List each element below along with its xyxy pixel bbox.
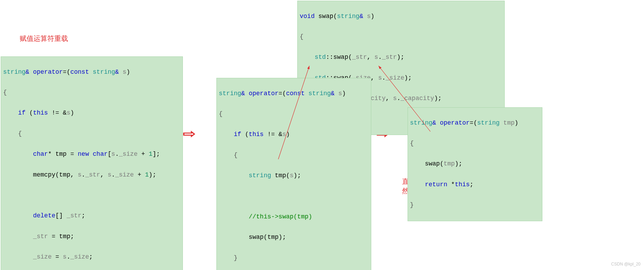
arrow-right-1: ⇨ [183,124,195,143]
watermark: CSDN @kpl_20 [611,261,641,268]
code-box-copy-swap: string& operator=(const string& s) { if … [216,78,371,270]
code-line: string& operator=(const string& s) [1,67,180,78]
code-line: { [408,138,539,149]
code-line: } [217,253,368,263]
code-line: _str = tmp; [1,232,180,242]
code-line: swap(tmp); [408,159,539,169]
code-line: if (this != &s) [1,108,180,118]
code-line [1,190,180,201]
code-line: string& operator=(string tmp) [408,118,539,128]
label-assignment-overload: 赋值运算符重载 [20,33,68,44]
code-line [217,191,368,202]
code-line: if (this != &s) [217,129,368,140]
code-line: _size = s._size; [1,252,180,262]
code-line: { [217,150,368,161]
code-line: { [1,88,180,98]
code-line: return *this; [408,180,539,190]
code-line: { [298,32,502,42]
code-line: swap(tmp); [217,232,368,243]
code-line: { [1,129,180,139]
code-box-modern: string& operator=(string tmp) { swap(tmp… [408,107,542,221]
code-line: void swap(string& s) [298,11,502,22]
code-line: delete[] _str; [1,211,180,221]
code-line: std::swap(_str, s._str); [298,52,502,63]
code-line: //this->swap(tmp) [217,212,368,222]
code-line: char* tmp = new char[s._size + 1]; [1,149,180,160]
code-line: string tmp(s); [217,171,368,181]
code-line: { [217,109,368,119]
code-box-traditional: string& operator=(const string& s) { if … [1,56,183,270]
code-line: memcpy(tmp, s._str, s._size + 1); [1,170,180,180]
code-line: string& operator=(const string& s) [217,89,368,99]
code-line: } [408,200,539,210]
